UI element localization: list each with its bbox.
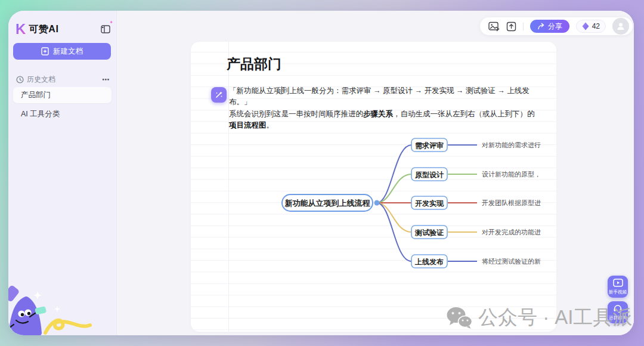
- body-text: 。: [267, 121, 274, 129]
- quote-text: 「新功能从立项: [229, 86, 281, 95]
- logo-sparkle-icon: ✦: [109, 20, 113, 25]
- user-avatar[interactable]: [612, 18, 629, 35]
- branch-desc: 设计新功能的原型，: [482, 171, 541, 178]
- branch-desc: 将经过测试验证的新: [482, 258, 541, 265]
- branch-curve: [377, 203, 411, 261]
- branch-desc: 对开发完成的功能进: [482, 228, 541, 236]
- body-text: 系统会识别到这是一串按时间顺序推进的: [229, 110, 363, 118]
- logo: K✦ 可赞AI: [16, 21, 110, 37]
- body-bold: 项目流程图: [229, 121, 267, 129]
- app-title: 可赞AI: [29, 23, 58, 36]
- share-icon: [537, 23, 545, 30]
- mascot-flag: [35, 306, 47, 315]
- branch-label: 上线发布: [414, 258, 444, 266]
- sidebar: K✦ 可赞AI 新建文档 历史文档 ⋯ 产品部门: [8, 11, 117, 335]
- new-document-icon: [41, 47, 49, 55]
- logo-k-icon: K: [16, 22, 26, 36]
- branch-curve: [377, 174, 411, 203]
- sparkle-icon: [54, 306, 60, 312]
- toolbar-divider: [523, 23, 524, 30]
- main-canvas: 分享 42 产品部门 「新功能从立项到上线一般分为：需求: [117, 11, 634, 335]
- ai-assist-icon[interactable]: [211, 87, 227, 103]
- branch-desc: 开发团队根据原型进: [482, 199, 541, 206]
- screen: K✦ 可赞AI 新建文档 历史文档 ⋯ 产品部门: [0, 0, 644, 346]
- beginner-video-label: 新手视频: [609, 289, 627, 295]
- doc-item-ai-tools[interactable]: AI 工具分类: [13, 106, 112, 122]
- root-connector-dot[interactable]: [374, 200, 380, 206]
- new-document-label: 新建文档: [53, 47, 83, 57]
- branch-label: 开发实现: [414, 199, 444, 208]
- mascot-body: [12, 299, 39, 333]
- branch-desc: 对新功能的需求进行: [482, 141, 541, 149]
- branch-curve: [377, 145, 411, 203]
- headset-icon: [613, 304, 623, 313]
- clock-icon: [16, 76, 24, 84]
- branch-label: 测试验证: [414, 228, 444, 237]
- history-section-header: 历史文档 ⋯: [16, 75, 110, 84]
- sparkle-icon: [33, 291, 42, 299]
- branch-label: 原型设计: [414, 171, 444, 179]
- credits-count: 42: [592, 22, 600, 30]
- doc-item-product-dept[interactable]: 产品部门: [13, 87, 112, 103]
- mascot-squiggle: [45, 320, 90, 333]
- export-icon[interactable]: [506, 21, 516, 32]
- credits-badge[interactable]: 42: [576, 20, 606, 33]
- mascot-illustration: [8, 258, 117, 335]
- history-label: 历史文档: [27, 75, 55, 85]
- document-list: 产品部门 AI 工具分类: [13, 87, 112, 122]
- paragraph[interactable]: 「新功能从立项到上线一般分为：需求评审 → 原型设计 → 开发实现 → 测试验证…: [229, 85, 539, 132]
- mindmap-diagram[interactable]: 新功能从立项到上线流程 需求评审 对新功能的需求进行 原型设计 设计新功能的原型…: [271, 130, 556, 276]
- root-label: 新功能从立项到上线流程: [284, 199, 371, 208]
- video-icon: [613, 279, 623, 287]
- page-title: 产品部门: [227, 55, 281, 73]
- group-consult-button[interactable]: 进群咨询: [608, 301, 628, 323]
- document-page[interactable]: 产品部门 「新功能从立项到上线一般分为：需求评审 → 原型设计 → 开发实现 →…: [191, 42, 556, 332]
- branch-curve: [377, 203, 411, 232]
- branch-label: 需求评审: [415, 141, 444, 150]
- share-label: 分享: [548, 21, 562, 32]
- diamond-icon: [582, 22, 589, 30]
- more-options-icon[interactable]: ⋯: [102, 75, 110, 84]
- new-document-button[interactable]: 新建文档: [13, 43, 111, 60]
- app-window: K✦ 可赞AI 新建文档 历史文档 ⋯ 产品部门: [8, 11, 634, 335]
- body-text: ，自动生成一张从左到右（或从上到下）的: [393, 110, 535, 118]
- top-toolbar: 分享 42: [480, 17, 633, 35]
- body-bold: 步骤关系: [363, 110, 393, 118]
- group-consult-label: 进群咨询: [609, 314, 627, 320]
- sidebar-collapse-icon[interactable]: [101, 25, 110, 33]
- mascot-shape: [8, 285, 20, 302]
- share-button[interactable]: 分享: [530, 20, 569, 33]
- image-edit-icon[interactable]: [488, 21, 500, 32]
- beginner-video-button[interactable]: 新手视频: [608, 276, 628, 298]
